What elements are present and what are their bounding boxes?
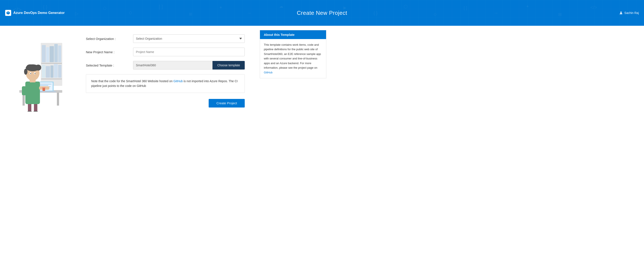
main-content: Select Organization : Select Organizatio…: [0, 26, 644, 256]
svg-rect-54: [42, 87, 46, 88]
svg-rect-26: [54, 44, 58, 62]
org-row: Select Organization : Select Organizatio…: [86, 34, 245, 43]
app-brand[interactable]: Azure DevOps Demo Generator: [5, 10, 64, 16]
svg-rect-51: [22, 86, 26, 95]
form-panel: Select Organization : Select Organizatio…: [73, 26, 258, 256]
svg-rect-33: [58, 65, 62, 78]
template-name-input[interactable]: [133, 61, 212, 70]
about-header: About this Template: [260, 30, 326, 39]
svg-rect-53: [42, 88, 45, 91]
project-name-input[interactable]: [133, 48, 245, 56]
about-body: This template contains work items, code …: [260, 39, 326, 78]
user-icon: [619, 11, 623, 15]
page-title: Create New Project: [297, 10, 347, 16]
svg-point-47: [27, 111, 32, 112]
svg-rect-29: [42, 65, 45, 78]
choose-template-button[interactable]: Choose template: [212, 61, 245, 70]
org-select[interactable]: Select Organization: [133, 34, 245, 43]
left-illustration-panel: [0, 26, 73, 256]
template-control-wrap: Choose template: [133, 61, 245, 70]
svg-point-63: [34, 73, 36, 74]
project-name-label: New Project Name :: [86, 50, 133, 54]
org-select-wrap: Select Organization: [133, 34, 245, 43]
svg-rect-37: [57, 93, 59, 106]
user-name: Sachin Raj: [624, 11, 639, 14]
svg-rect-27: [58, 46, 61, 62]
svg-rect-32: [54, 64, 58, 78]
about-box: About this Template This template contai…: [260, 30, 326, 78]
app-title: Azure DevOps Demo Generator: [13, 11, 64, 15]
project-name-wrap: [133, 48, 245, 56]
page-header: </> { } ▷ ⬡ ◇ [ ] ⊞ ✦ → ☁ </> ▶ { } ⬡ ◇ …: [0, 0, 644, 26]
svg-point-64: [35, 64, 41, 70]
org-label: Select Organization :: [86, 37, 133, 40]
note-text-1: Note that the code for the SmartHotel 36…: [91, 80, 174, 83]
svg-rect-30: [46, 66, 50, 78]
svg-point-62: [30, 73, 31, 74]
brand-icon: [5, 10, 11, 16]
user-info: Sachin Raj: [619, 11, 639, 15]
svg-rect-46: [34, 103, 37, 112]
template-label: Selected Template :: [86, 64, 133, 67]
svg-rect-25: [50, 46, 54, 62]
note-box: Note that the code for the SmartHotel 36…: [86, 74, 245, 93]
create-project-button[interactable]: Create Project: [209, 99, 245, 108]
svg-rect-24: [46, 47, 49, 62]
svg-rect-49: [25, 82, 40, 104]
svg-rect-31: [50, 66, 54, 78]
svg-point-48: [33, 111, 38, 112]
template-input-group: Choose template: [133, 61, 245, 70]
svg-point-21: [620, 12, 622, 13]
about-github-link[interactable]: GitHub: [264, 71, 272, 74]
illustration-svg: [6, 30, 66, 112]
project-name-row: New Project Name :: [86, 48, 245, 56]
note-github-link[interactable]: GitHub: [174, 80, 183, 83]
svg-point-58: [24, 69, 28, 75]
template-row: Selected Template : Choose template: [86, 61, 245, 70]
svg-rect-45: [28, 103, 31, 112]
svg-point-59: [26, 64, 34, 69]
about-body-text: This template contains work items, code …: [264, 43, 321, 69]
right-panel: About this Template This template contai…: [258, 26, 330, 256]
svg-rect-23: [42, 45, 46, 62]
